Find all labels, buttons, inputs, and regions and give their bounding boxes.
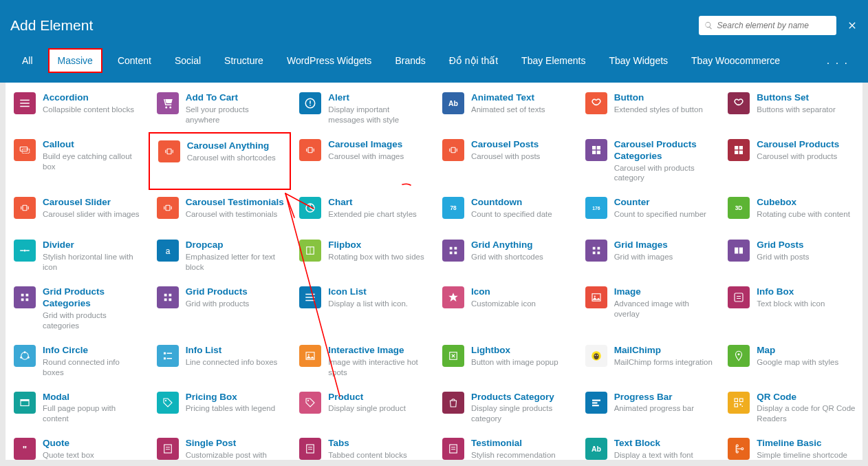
element-cubebox[interactable]: 3DCubeboxRotating cube with content: [719, 190, 862, 233]
search-box[interactable]: [699, 16, 836, 35]
svg-point-57: [594, 353, 599, 359]
element-desc: Carousel with shortcodes: [187, 153, 283, 163]
element-alert[interactable]: AlertDisplay important messages with sty…: [291, 85, 434, 132]
element-carousel-testimonials[interactable]: Carousel TestimonialsCarousel with testi…: [149, 190, 292, 233]
element-carousel-products-categories[interactable]: Carousel Products CategoriesCarousel wit…: [577, 132, 720, 191]
element-desc: Button with image popup: [471, 357, 570, 368]
element-info-list[interactable]: Info ListLine connected info boxes: [149, 338, 292, 385]
element-info-box[interactable]: Info BoxText block with icon: [719, 279, 862, 338]
element-dropcap[interactable]: aDropcapEmphasized letter for text block: [149, 233, 292, 279]
element-grid-products-categories[interactable]: Grid Products CategoriesGrid with produc…: [6, 279, 149, 338]
element-add-to-cart[interactable]: Add To CartSell your products anywhere: [149, 85, 292, 132]
element-product[interactable]: ProductDisplay single product: [291, 385, 434, 432]
list-icon: [14, 92, 36, 114]
element-divider[interactable]: DividerStylish horizontal line with icon: [6, 233, 149, 279]
element-buttons-set[interactable]: Buttons SetButtons with separator: [719, 85, 862, 132]
tab-content[interactable]: Content: [109, 50, 160, 72]
element-button[interactable]: ButtonExtended styles of button: [577, 85, 720, 132]
element-grid-anything[interactable]: Grid AnythingGrid with shortcodes: [434, 233, 577, 279]
element-title: Counter: [614, 197, 713, 209]
element-carousel-posts[interactable]: Carousel PostsCarousel with posts: [434, 132, 577, 191]
element-desc: Grid with images: [614, 252, 713, 262]
tab-brands[interactable]: Brands: [387, 50, 433, 72]
tab-structure[interactable]: Structure: [216, 50, 272, 72]
element-icon-list[interactable]: Icon ListDisplay a list with icon.: [291, 279, 434, 338]
svg-rect-37: [26, 294, 29, 297]
element-title: Single Post: [186, 438, 285, 449]
element-carousel-images[interactable]: Carousel ImagesCarousel with images: [291, 132, 434, 191]
num176-icon: 176: [585, 197, 607, 219]
element-mailchimp[interactable]: MailChimpMailChimp forms integration: [577, 338, 720, 385]
element-counter[interactable]: 176CounterCount to specified number: [577, 190, 720, 233]
close-button[interactable]: [847, 20, 858, 31]
svg-point-23: [24, 250, 26, 252]
tab-massive[interactable]: Massive: [48, 48, 102, 73]
element-quote[interactable]: "QuoteQuote text box: [6, 431, 149, 460]
more-tabs-button[interactable]: . . .: [821, 54, 854, 67]
carousel-icon: [158, 140, 180, 162]
element-carousel-anything[interactable]: Carousel AnythingCarousel with shortcode…: [149, 132, 292, 191]
element-progress-bar[interactable]: Progress BarAnimated progress bar: [577, 385, 720, 432]
element-accordion[interactable]: AccordionCollapsible content blocks: [6, 85, 149, 132]
svg-rect-46: [735, 293, 743, 301]
element-modal[interactable]: ModalFull page popup with content: [6, 385, 149, 432]
grid-icon: [728, 139, 750, 161]
tab-wordpress-widgets[interactable]: WordPress Widgets: [279, 50, 380, 72]
cube-icon: 3D: [728, 197, 750, 219]
element-tabs[interactable]: TabsTabbed content blocks: [291, 431, 434, 460]
svg-rect-10: [596, 146, 600, 149]
element-pricing-box[interactable]: Pricing BoxPricing tables with legend: [149, 385, 292, 432]
text-icon: Ab: [585, 438, 607, 460]
tab-all[interactable]: All: [14, 50, 41, 72]
element-desc: Display a code for QR Code Readers: [757, 403, 856, 424]
element-map[interactable]: MapGoogle map with styles: [719, 338, 862, 385]
search-input[interactable]: [717, 21, 831, 30]
svg-text:Ab: Ab: [592, 445, 601, 453]
modal-icon: [14, 392, 36, 414]
element-desc: Rotating box with two sides: [328, 252, 427, 262]
grid4-icon: [442, 240, 464, 262]
post-icon: [299, 438, 321, 460]
element-icon[interactable]: IconCustomizable icon: [434, 279, 577, 338]
tab-tbay-widgets[interactable]: Tbay Widgets: [600, 50, 676, 72]
element-title: Alert: [328, 92, 427, 104]
element-grid-products[interactable]: Grid ProductsGrid with products: [149, 279, 292, 338]
element-animated-text[interactable]: AbAnimated TextAnimated set of texts: [434, 85, 577, 132]
content-scroll[interactable]: AccordionCollapsible content blocksAdd T…: [6, 83, 862, 460]
element-countdown[interactable]: 78CountdownCount to specified date: [434, 190, 577, 233]
svg-rect-27: [455, 247, 457, 250]
element-interactive-image[interactable]: Interactive ImageImage with interactive …: [291, 338, 434, 385]
element-info-circle[interactable]: Info CircleRound connected info boxes: [6, 338, 149, 385]
element-carousel-slider[interactable]: Carousel SliderCarousel slider with imag…: [6, 190, 149, 233]
tab-tbay-elements[interactable]: Tbay Elements: [513, 50, 594, 72]
element-chart[interactable]: ChartExtended pie chart styles: [291, 190, 434, 233]
element-desc: Google map with styles: [757, 357, 856, 368]
element-carousel-products[interactable]: Carousel ProductsCarousel with products: [719, 132, 862, 191]
element-products-category[interactable]: Products CategoryDisplay single products…: [434, 385, 577, 432]
svg-text:Ab: Ab: [448, 99, 458, 107]
element-desc: Full page popup with content: [43, 403, 142, 424]
element-title: Grid Anything: [471, 240, 570, 251]
element-grid-posts[interactable]: Grid PostsGrid with posts: [719, 233, 862, 279]
element-grid-images[interactable]: Grid ImagesGrid with images: [577, 233, 720, 279]
element-desc: Stylish recommendation box: [471, 450, 570, 460]
element-qr-code[interactable]: QR CodeDisplay a code for QR Code Reader…: [719, 385, 862, 432]
element-desc: Extended pie chart styles: [328, 209, 427, 220]
tab-đồ-nội-thất[interactable]: Đồ nội thất: [441, 50, 506, 72]
element-lightbox[interactable]: LightboxButton with image popup: [434, 338, 577, 385]
element-title: Carousel Anything: [187, 140, 283, 152]
list-icon: [299, 286, 321, 308]
element-testimonial[interactable]: TestimonialStylish recommendation box: [434, 431, 577, 460]
element-desc: Grid with products categories: [43, 310, 142, 331]
element-title: Add To Cart: [186, 92, 285, 104]
element-image[interactable]: ImageAdvanced image with overlay: [577, 279, 720, 338]
element-text-block[interactable]: AbText BlockDisplay a text with font for…: [577, 431, 720, 460]
element-timeline-basic[interactable]: Timeline BasicSimple timeline shortcode: [719, 431, 862, 460]
element-single-post[interactable]: Single PostCustomizable post with many s…: [149, 431, 292, 460]
tab-tbay-woocommerce[interactable]: Tbay Woocommerce: [683, 50, 788, 72]
element-flipbox[interactable]: FlipboxRotating box with two sides: [291, 233, 434, 279]
svg-text:3D: 3D: [735, 205, 743, 211]
element-callout[interactable]: CalloutBuild eye catching callout box: [6, 132, 149, 191]
tab-social[interactable]: Social: [166, 50, 209, 72]
svg-rect-6: [167, 149, 171, 154]
